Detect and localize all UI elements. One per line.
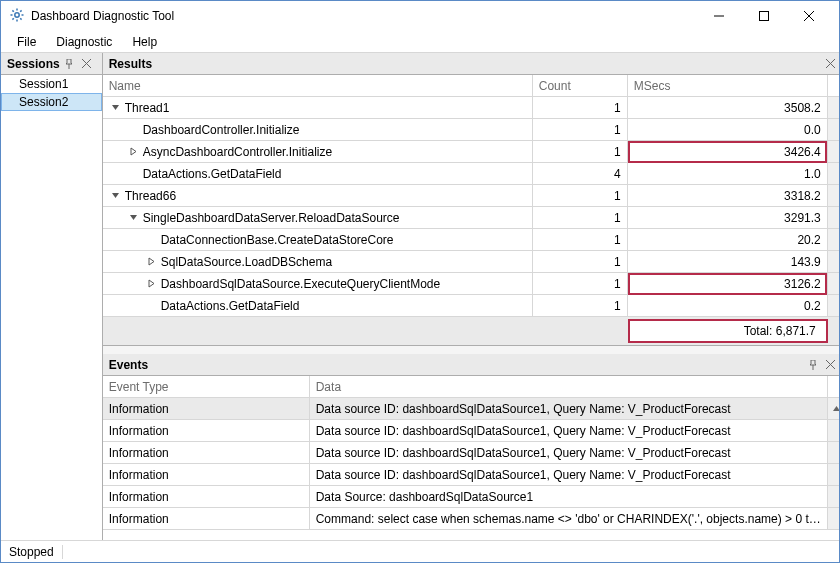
close-icon[interactable] [78,55,96,73]
row-name: DataActions.GetDataField [161,299,300,313]
svg-point-0 [15,12,19,16]
menu-help[interactable]: Help [122,32,167,52]
row-name: Thread66 [125,189,176,203]
results-row[interactable]: Thread113508.2 [103,97,840,119]
sessions-title: Sessions [7,57,60,71]
chevron-right-icon[interactable] [145,255,159,269]
close-icon[interactable] [822,356,840,374]
results-columns: Name Count MSecs [103,75,840,97]
row-msecs: 20.2 [628,229,828,250]
event-type: Information [103,464,310,485]
event-data: Data source ID: dashboardSqlDataSource1,… [310,442,828,463]
row-count: 1 [533,273,628,294]
results-row[interactable]: DataActions.GetDataField10.2 [103,295,840,317]
status-text: Stopped [9,545,54,559]
events-row[interactable]: InformationData source ID: dashboardSqlD… [103,420,840,442]
results-row[interactable]: SingleDashboardDataServer.ReloadDataSour… [103,207,840,229]
row-msecs: 0.2 [628,295,828,316]
row-count: 1 [533,207,628,228]
row-msecs: 3426.4 [628,141,828,162]
row-name: Thread1 [125,101,170,115]
scrollbar[interactable] [828,508,840,529]
row-name: DataConnectionBase.CreateDataStoreCore [161,233,394,247]
events-row[interactable]: InformationCommand: select case when sch… [103,508,840,530]
menu-diagnostic[interactable]: Diagnostic [46,32,122,52]
close-button[interactable] [786,2,831,30]
column-event-type[interactable]: Event Type [103,376,310,397]
minimize-button[interactable] [696,2,741,30]
row-count: 1 [533,229,628,250]
results-row[interactable]: Thread6613318.2 [103,185,840,207]
row-count: 4 [533,163,628,184]
event-type: Information [103,420,310,441]
column-event-data[interactable]: Data [310,376,828,397]
events-grid: InformationData source ID: dashboardSqlD… [103,398,840,540]
event-data: Data source ID: dashboardSqlDataSource1,… [310,398,828,419]
results-row[interactable]: DashboardController.Initialize10.0 [103,119,840,141]
events-title: Events [109,358,804,372]
app-icon [9,7,25,26]
row-name: AsyncDashboardController.Initialize [143,145,332,159]
results-row[interactable]: DataConnectionBase.CreateDataStoreCore12… [103,229,840,251]
scrollbar[interactable] [828,442,840,463]
column-msecs[interactable]: MSecs [628,75,828,96]
scrollbar[interactable] [828,464,840,485]
pin-icon[interactable] [60,55,78,73]
event-data: Data Source: dashboardSqlDataSource1 [310,486,828,507]
row-count: 1 [533,295,628,316]
results-grid: Thread113508.2DashboardController.Initia… [103,97,840,317]
close-icon[interactable] [822,55,840,73]
results-title: Results [109,57,822,71]
scrollbar[interactable] [828,420,840,441]
event-data: Command: select case when schemas.name <… [310,508,828,529]
title-bar: Dashboard Diagnostic Tool [1,1,839,31]
row-name: DashboardSqlDataSource.ExecuteQueryClien… [161,277,441,291]
results-row[interactable]: DataActions.GetDataField41.0 [103,163,840,185]
row-name: DashboardController.Initialize [143,123,300,137]
event-type: Information [103,442,310,463]
results-footer: Total: 6,871.7 [103,317,840,345]
status-bar: Stopped [1,540,839,562]
results-panel: Results Name Count MSecs Thread113508.2D… [103,53,840,346]
chevron-right-icon[interactable] [127,145,141,159]
session-item[interactable]: Session1 [1,75,102,93]
row-name: DataActions.GetDataField [143,167,282,181]
scrollbar[interactable] [828,398,840,419]
splitter[interactable] [103,346,840,354]
pin-icon[interactable] [804,356,822,374]
session-item[interactable]: Session2 [1,93,102,111]
events-panel: Events Event Type Data InformationData s… [103,354,840,540]
scrollbar[interactable] [828,486,840,507]
events-row[interactable]: InformationData source ID: dashboardSqlD… [103,398,840,420]
row-msecs: 3318.2 [628,185,828,206]
chevron-down-icon[interactable] [109,189,123,203]
session-list: Session1Session2 [1,75,102,540]
event-data: Data source ID: dashboardSqlDataSource1,… [310,420,828,441]
chevron-down-icon[interactable] [127,211,141,225]
menu-bar: File Diagnostic Help [1,31,839,53]
results-row[interactable]: AsyncDashboardController.Initialize13426… [103,141,840,163]
event-type: Information [103,508,310,529]
chevron-down-icon[interactable] [109,101,123,115]
maximize-button[interactable] [741,2,786,30]
column-name[interactable]: Name [103,75,533,96]
events-row[interactable]: InformationData source ID: dashboardSqlD… [103,464,840,486]
event-type: Information [103,486,310,507]
results-row[interactable]: SqlDataSource.LoadDBSchema1143.9 [103,251,840,273]
events-row[interactable]: InformationData Source: dashboardSqlData… [103,486,840,508]
results-row[interactable]: DashboardSqlDataSource.ExecuteQueryClien… [103,273,840,295]
row-count: 1 [533,185,628,206]
event-type: Information [103,398,310,419]
events-row[interactable]: InformationData source ID: dashboardSqlD… [103,442,840,464]
row-msecs: 0.0 [628,119,828,140]
column-count[interactable]: Count [533,75,628,96]
events-columns: Event Type Data [103,376,840,398]
results-total: Total: 6,871.7 [628,319,828,343]
row-msecs: 3508.2 [628,97,828,118]
row-msecs: 1.0 [628,163,828,184]
menu-file[interactable]: File [7,32,46,52]
event-data: Data source ID: dashboardSqlDataSource1,… [310,464,828,485]
svg-rect-2 [759,12,768,21]
row-msecs: 3126.2 [628,273,828,294]
chevron-right-icon[interactable] [145,277,159,291]
